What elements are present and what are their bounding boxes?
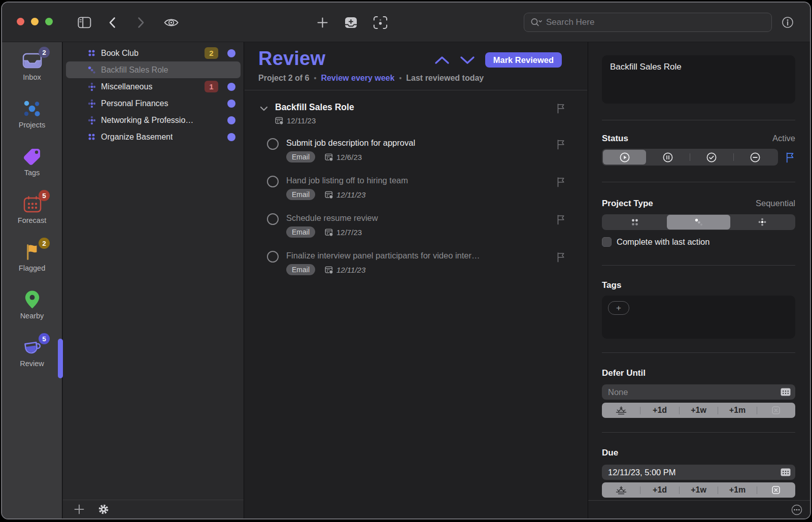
task-title: Hand job listing off to hiring team bbox=[286, 176, 556, 185]
add-project-button[interactable] bbox=[74, 504, 84, 514]
clear-x-icon bbox=[771, 406, 781, 415]
sidebar-item-projects[interactable]: Projects bbox=[2, 97, 62, 145]
due-plus-1m-button[interactable]: +1m bbox=[718, 482, 756, 498]
plus-icon bbox=[317, 17, 328, 28]
project-type-value: Sequential bbox=[756, 199, 795, 208]
tag-pill[interactable]: Email bbox=[286, 151, 315, 162]
next-project-button[interactable] bbox=[460, 55, 475, 65]
task-complete-checkbox[interactable] bbox=[267, 176, 279, 187]
status-dropped-segment[interactable] bbox=[734, 150, 777, 165]
complete-with-last-action-checkbox[interactable] bbox=[602, 237, 612, 247]
due-sunrise-button[interactable] bbox=[602, 482, 640, 498]
defer-plus-1w-button[interactable]: +1w bbox=[680, 403, 718, 418]
calendar-picker-icon[interactable] bbox=[781, 468, 791, 476]
flag-icon[interactable] bbox=[785, 151, 795, 163]
needs-review-dot bbox=[227, 133, 235, 141]
view-options-button[interactable] bbox=[162, 3, 180, 42]
sunrise-icon bbox=[616, 486, 627, 495]
sidebar-item-inbox[interactable]: 2 Inbox bbox=[2, 50, 62, 97]
project-row-networking[interactable]: Networking & Professio… bbox=[66, 112, 241, 128]
previous-project-button[interactable] bbox=[434, 55, 450, 65]
minimize-button[interactable] bbox=[31, 18, 39, 25]
sidebar-item-tags[interactable]: Tags bbox=[2, 145, 62, 193]
last-reviewed-text: Last reviewed today bbox=[406, 74, 484, 83]
single-actions-type-segment[interactable] bbox=[730, 215, 794, 230]
inspector-panel: Backfill Sales Role Status Active bbox=[588, 42, 810, 518]
status-on-hold-segment[interactable] bbox=[646, 150, 689, 165]
project-row-miscellaneous[interactable]: Miscellaneous 1 bbox=[66, 78, 241, 95]
task-row[interactable]: Schedule resume review Email 12/7/23 bbox=[245, 200, 587, 238]
parallel-type-segment[interactable] bbox=[603, 215, 667, 230]
task-title: Finalize interview panel participants fo… bbox=[286, 251, 556, 260]
sidebar-item-nearby[interactable]: Nearby bbox=[2, 288, 62, 336]
minus-circle-icon bbox=[750, 152, 761, 163]
due-input[interactable]: 12/11/23, 5:00 PM bbox=[602, 465, 795, 480]
task-row[interactable]: Finalize interview panel participants fo… bbox=[245, 238, 587, 275]
gear-icon[interactable] bbox=[98, 504, 109, 515]
tag-pill[interactable]: Email bbox=[286, 226, 315, 238]
zoom-button[interactable] bbox=[45, 18, 53, 25]
defer-plus-1d-button[interactable]: +1d bbox=[640, 403, 679, 418]
forecast-badge: 5 bbox=[39, 190, 50, 201]
search-field[interactable] bbox=[524, 13, 772, 32]
calendar-picker-icon[interactable] bbox=[781, 388, 791, 396]
add-tag-button[interactable]: + bbox=[608, 301, 629, 315]
task-complete-checkbox[interactable] bbox=[267, 251, 279, 263]
new-item-button[interactable] bbox=[314, 3, 330, 42]
app-window: 2 Inbox Projects bbox=[2, 3, 810, 518]
project-row-personal-finances[interactable]: Personal Finances bbox=[66, 95, 241, 112]
forward-button[interactable] bbox=[134, 3, 148, 42]
needs-review-dot bbox=[227, 83, 235, 91]
defer-sunrise-button[interactable] bbox=[602, 403, 640, 418]
due-clear-button[interactable] bbox=[757, 482, 795, 498]
flag-icon[interactable] bbox=[556, 103, 566, 114]
task-row[interactable]: Hand job listing off to hiring team Emai… bbox=[245, 162, 587, 200]
defer-until-input[interactable]: None bbox=[602, 384, 795, 400]
sidebar-item-forecast[interactable]: 5 Forecast bbox=[2, 193, 62, 241]
task-row[interactable]: Submit job description for approval Emai… bbox=[245, 125, 587, 162]
tags-field[interactable]: + bbox=[602, 296, 795, 339]
project-name: Organize Basement bbox=[101, 133, 173, 142]
search-input[interactable] bbox=[546, 17, 765, 27]
add-to-inbox-button[interactable] bbox=[343, 3, 359, 42]
defer-plus-1m-button[interactable]: +1m bbox=[718, 403, 756, 418]
task-complete-checkbox[interactable] bbox=[267, 138, 279, 150]
project-name: Personal Finances bbox=[101, 99, 168, 108]
review-frequency-link[interactable]: Review every week bbox=[321, 74, 394, 83]
status-active-segment[interactable] bbox=[603, 150, 646, 165]
due-plus-1w-button[interactable]: +1w bbox=[680, 482, 718, 498]
info-button[interactable] bbox=[780, 3, 796, 42]
tag-pill[interactable]: Email bbox=[286, 264, 315, 275]
mark-reviewed-button[interactable]: Mark Reviewed bbox=[485, 52, 562, 68]
needs-review-dot bbox=[227, 49, 235, 57]
flag-icon[interactable] bbox=[556, 214, 566, 225]
flag-icon[interactable] bbox=[556, 176, 566, 187]
flag-icon[interactable] bbox=[556, 251, 566, 263]
more-options-button[interactable] bbox=[791, 504, 803, 516]
flag-icon[interactable] bbox=[556, 139, 566, 150]
project-name-field[interactable]: Backfill Sales Role bbox=[602, 55, 795, 104]
tag-pill[interactable]: Email bbox=[286, 189, 315, 200]
task-title: Submit job description for approval bbox=[286, 138, 556, 148]
task-complete-checkbox[interactable] bbox=[267, 213, 279, 225]
toggle-sidebar-button[interactable] bbox=[76, 3, 92, 42]
sidebar-item-review[interactable]: 5 Review bbox=[2, 336, 62, 384]
sidebar-item-label: Forecast bbox=[18, 216, 46, 224]
project-group-row[interactable]: Backfill Sales Role 12/11/23 bbox=[245, 90, 587, 125]
sidebar-item-flagged[interactable]: 2 Flagged bbox=[2, 241, 62, 288]
divider bbox=[602, 182, 795, 182]
sidebar-item-label: Nearby bbox=[20, 312, 44, 320]
back-button[interactable] bbox=[106, 3, 119, 42]
disclosure-chevron-icon[interactable] bbox=[259, 104, 268, 113]
status-completed-segment[interactable] bbox=[690, 150, 733, 165]
project-row-backfill-sales-role[interactable]: Backfill Sales Role bbox=[66, 61, 241, 78]
project-row-organize-basement[interactable]: Organize Basement bbox=[66, 128, 241, 145]
close-button[interactable] bbox=[17, 18, 24, 25]
due-plus-1d-button[interactable]: +1d bbox=[640, 482, 679, 498]
project-row-book-club[interactable]: Book Club 2 bbox=[66, 45, 241, 61]
defer-clear-button[interactable] bbox=[757, 403, 795, 418]
review-badge: 5 bbox=[39, 333, 50, 344]
project-count-badge: 1 bbox=[205, 81, 218, 92]
focus-button[interactable] bbox=[371, 3, 389, 42]
sequential-type-segment[interactable] bbox=[667, 215, 731, 230]
